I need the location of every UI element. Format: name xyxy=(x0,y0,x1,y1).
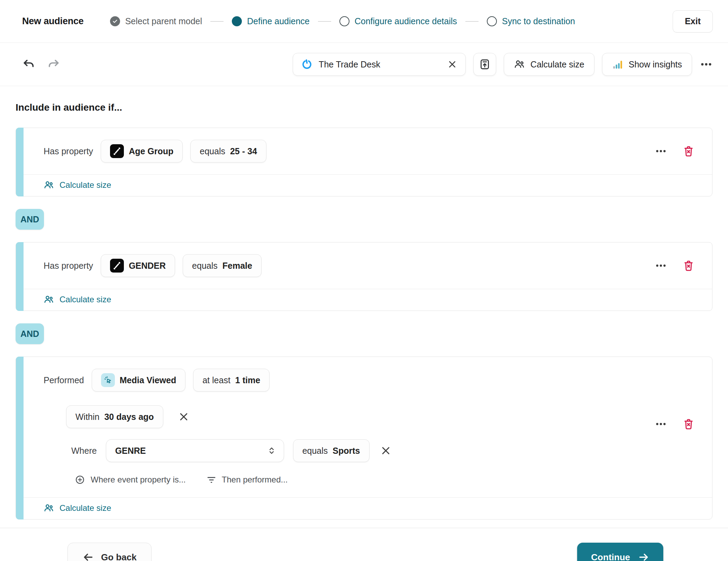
go-back-button[interactable]: Go back xyxy=(67,543,152,561)
frequency-value: 1 time xyxy=(235,375,260,385)
step-connector xyxy=(465,21,479,22)
toolbar: The Trade Desk Calculate size Show insig… xyxy=(0,43,728,86)
click-cursor-icon xyxy=(101,373,115,387)
exit-button[interactable]: Exit xyxy=(673,10,713,33)
go-back-label: Go back xyxy=(101,552,137,561)
condition-overflow-menu-icon[interactable] xyxy=(655,145,667,157)
property-name: Age Group xyxy=(129,146,173,156)
up-down-chevrons-icon xyxy=(267,446,276,455)
operator-value-chip[interactable]: equals Female xyxy=(183,254,262,277)
people-icon xyxy=(514,59,525,70)
operator-label: equals xyxy=(192,261,218,271)
where-operator-value-chip[interactable]: equals Sports xyxy=(293,439,370,462)
arrow-left-icon xyxy=(82,551,94,561)
card-accent-bar xyxy=(16,357,24,519)
calculate-size-link[interactable]: Calculate size xyxy=(44,503,111,513)
people-icon xyxy=(44,180,54,190)
event-row: Performed Media Viewed at least 1 time xyxy=(44,369,695,392)
calculate-size-label: Calculate size xyxy=(60,295,111,304)
delete-condition-icon[interactable] xyxy=(682,259,695,272)
event-name: Media Viewed xyxy=(120,375,176,385)
calculate-size-label: Calculate size xyxy=(60,180,111,190)
include-heading: Include in audience if... xyxy=(16,102,712,113)
operator-value: Female xyxy=(222,261,252,271)
destination-name: The Trade Desk xyxy=(319,59,380,70)
add-where-event-property-label: Where event property is... xyxy=(91,475,186,485)
step-sync-to-destination[interactable]: Sync to destination xyxy=(487,16,575,26)
step-connector xyxy=(318,21,331,22)
card-accent-bar xyxy=(16,242,24,311)
frequency-operator: at least xyxy=(202,375,230,385)
calculate-size-label: Calculate size xyxy=(60,503,111,513)
step-label: Select parent model xyxy=(125,16,202,26)
toolbar-overflow-menu-icon[interactable] xyxy=(700,58,713,71)
calculate-size-button[interactable]: Calculate size xyxy=(504,53,594,76)
event-property-select[interactable]: GENRE xyxy=(106,439,284,462)
step-configure-audience-details[interactable]: Configure audience details xyxy=(339,16,457,26)
operator-value-chip[interactable]: equals 25 - 34 xyxy=(190,140,266,163)
step-done-icon xyxy=(110,16,120,26)
step-define-audience[interactable]: Define audience xyxy=(232,16,310,26)
operator-value: 25 - 34 xyxy=(230,146,257,156)
time-window-row: Within 30 days ago xyxy=(66,405,695,428)
audience-definition-area: Include in audience if... Has property A… xyxy=(0,102,728,519)
and-operator-badge[interactable]: AND xyxy=(16,209,44,230)
condition-kind-label: Has property xyxy=(44,261,93,271)
property-source-icon xyxy=(110,144,124,158)
operator-label: equals xyxy=(200,146,225,156)
trade-desk-logo-icon xyxy=(301,59,312,70)
event-chip[interactable]: Media Viewed xyxy=(92,369,186,392)
and-operator-badge[interactable]: AND xyxy=(16,323,44,344)
condition-kind-label: Performed xyxy=(44,375,84,385)
where-operator: equals xyxy=(302,446,328,456)
where-filter-row: Where GENRE equals Sports xyxy=(71,439,695,462)
step-label: Define audience xyxy=(247,16,310,26)
step-label: Configure audience details xyxy=(355,16,457,26)
continue-button[interactable]: Continue xyxy=(577,543,663,561)
condition-row: Has property Age Group equals 25 - 34 xyxy=(24,128,712,174)
where-label: Where xyxy=(71,446,97,456)
step-connector xyxy=(210,21,224,22)
remove-time-window-icon[interactable] xyxy=(176,410,191,424)
destination-close-icon[interactable] xyxy=(447,59,457,69)
destination-pill[interactable]: The Trade Desk xyxy=(293,53,466,76)
where-value: Sports xyxy=(333,446,360,456)
undo-button[interactable] xyxy=(22,58,35,71)
condition-row: Has property GENDER equals Female xyxy=(24,242,712,289)
frequency-chip[interactable]: at least 1 time xyxy=(193,369,270,392)
remove-where-filter-icon[interactable] xyxy=(379,443,393,458)
footer-bar: Go back Continue xyxy=(0,528,728,561)
time-window-chip[interactable]: Within 30 days ago xyxy=(66,405,163,428)
card-accent-bar xyxy=(16,128,24,196)
insights-chart-icon xyxy=(612,59,623,70)
audience-builder-app: New audience Select parent model Define … xyxy=(0,0,728,561)
step-todo-circle xyxy=(487,16,497,26)
then-performed-button[interactable]: Then performed... xyxy=(207,475,288,485)
delete-condition-icon[interactable] xyxy=(682,418,695,430)
step-active-dot xyxy=(232,16,242,26)
continue-label: Continue xyxy=(591,552,630,561)
condition-card-age-group: Has property Age Group equals 25 - 34 xyxy=(16,128,712,196)
calculate-size-link[interactable]: Calculate size xyxy=(44,180,111,190)
property-source-icon xyxy=(110,259,124,273)
selected-property: GENRE xyxy=(115,446,146,456)
step-todo-circle xyxy=(339,16,349,26)
event-condition-rows: Performed Media Viewed at least 1 time xyxy=(24,357,712,497)
property-name: GENDER xyxy=(129,261,166,271)
delete-condition-icon[interactable] xyxy=(682,145,695,157)
step-select-parent-model[interactable]: Select parent model xyxy=(110,16,202,26)
top-bar: New audience Select parent model Define … xyxy=(0,0,728,43)
export-model-button[interactable] xyxy=(473,53,496,76)
window-value: 30 days ago xyxy=(104,412,154,422)
property-chip[interactable]: Age Group xyxy=(101,140,183,163)
show-insights-button[interactable]: Show insights xyxy=(602,53,692,76)
condition-overflow-menu-icon[interactable] xyxy=(655,259,667,272)
step-label: Sync to destination xyxy=(502,16,575,26)
redo-button[interactable] xyxy=(47,58,60,71)
calculate-size-link[interactable]: Calculate size xyxy=(44,294,111,305)
property-chip[interactable]: GENDER xyxy=(101,254,175,277)
add-where-event-property-button[interactable]: Where event property is... xyxy=(75,475,186,485)
condition-overflow-menu-icon[interactable] xyxy=(655,418,667,430)
people-icon xyxy=(44,294,54,305)
condition-card-performed-event: Performed Media Viewed at least 1 time xyxy=(16,357,712,519)
